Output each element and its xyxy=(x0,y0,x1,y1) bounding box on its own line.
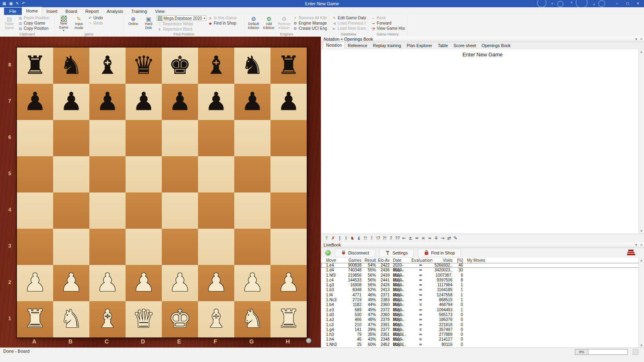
livebook-row-1-b4[interactable]: 1.b4118244%23602020-May-..∓4687940 xyxy=(321,302,644,307)
find-in-shop-button[interactable]: Find in Shop xyxy=(418,249,461,257)
square-a2[interactable]: ♟ xyxy=(17,265,53,301)
notation-scrollbar[interactable]: ▲ ▼ xyxy=(638,49,644,234)
tab-reference[interactable]: Reference xyxy=(345,43,370,49)
square-g4[interactable] xyxy=(234,192,270,229)
square-g2[interactable]: ♟ xyxy=(234,265,270,301)
column-header-elo-av[interactable]: Elo-Av xyxy=(376,258,390,263)
livebook-row-1-a3[interactable]: 1.a346648%23792020-May-..=1863760 xyxy=(321,317,644,322)
scroll-up-icon[interactable]: ▲ xyxy=(639,258,644,263)
annotation-symbol-button[interactable]: ↑ xyxy=(324,235,330,242)
livebook-row-1-f4[interactable]: 1.f4477146%23712020-May-..=12475581 xyxy=(321,293,644,298)
livebook-row-1-e4[interactable]: 1.e490083854%24222020-May-..=5266932..46 xyxy=(321,263,644,268)
livebook-row-1-nc3[interactable]: 1.Nc3271949%23832020-May-..=8685151 xyxy=(321,298,644,302)
menu-tab-board[interactable]: Board xyxy=(62,8,81,15)
square-f1[interactable]: ♝ xyxy=(198,301,234,337)
square-b4[interactable] xyxy=(53,192,89,229)
add-kibitzer-button[interactable]: ⚙Add Kibitzer xyxy=(262,15,276,30)
livebook-row-1-c4[interactable]: 1.c414453356%24412020-May-..=93975068 xyxy=(321,278,644,283)
annotation-symbol-button[interactable]: ✗ xyxy=(330,235,336,242)
square-d3[interactable] xyxy=(126,229,162,265)
square-a7[interactable]: ♟ xyxy=(17,84,53,120)
default-kibitzer-button[interactable]: ⚙Default Kibitzer xyxy=(246,15,261,30)
menu-tab-insert[interactable]: Insert xyxy=(42,8,62,15)
minimize-button[interactable]: – xyxy=(612,0,622,7)
square-d6[interactable] xyxy=(126,120,162,156)
square-c8[interactable]: ♝ xyxy=(89,48,126,84)
square-d8[interactable]: ♛ xyxy=(126,48,162,84)
square-d4[interactable] xyxy=(126,192,162,229)
square-h5[interactable] xyxy=(270,156,307,192)
input-mode-button[interactable]: ✎Input mode xyxy=(72,15,86,30)
view-game-history-button[interactable]: ◔View Game History xyxy=(370,26,405,31)
annotation-symbol-button[interactable]: ≈ xyxy=(427,235,433,242)
hard-disk-button[interactable]: ▣Hard Disk xyxy=(141,15,156,30)
column-header-my-moves[interactable]: My Moves xyxy=(463,258,487,263)
square-e4[interactable] xyxy=(162,192,198,229)
square-g6[interactable] xyxy=(234,120,270,156)
engine-management-button[interactable]: ⚙Engine Management xyxy=(292,21,327,26)
board-menu-button[interactable] xyxy=(306,338,312,343)
square-e2[interactable]: ♟ xyxy=(162,265,198,301)
scroll-down-icon[interactable]: ▼ xyxy=(639,228,644,234)
menu-tab-file[interactable]: File xyxy=(4,8,22,15)
square-g7[interactable]: ♟ xyxy=(234,84,270,120)
forward-button[interactable]: →Forward xyxy=(370,21,405,26)
square-b6[interactable] xyxy=(53,120,89,156)
square-b5[interactable] xyxy=(53,156,89,192)
livebook-row-1-b3[interactable]: 1.b3834852%24132020-May-..=11641851 xyxy=(321,288,644,292)
column-header-date[interactable]: Date xyxy=(390,258,411,263)
square-h7[interactable]: ♟ xyxy=(270,84,307,120)
undo-button[interactable]: ↶Undo xyxy=(87,15,122,21)
annotation-symbol-button[interactable]: ♞ xyxy=(349,235,355,242)
square-b7[interactable]: ♟ xyxy=(53,84,89,120)
annotation-symbol-button[interactable]: ← xyxy=(401,235,407,242)
copy-game-button[interactable]: ▥Copy Game xyxy=(17,21,52,26)
annotation-symbol-button[interactable]: ! xyxy=(369,235,375,242)
square-e3[interactable] xyxy=(162,229,198,265)
square-h3[interactable] xyxy=(270,229,307,265)
square-f8[interactable]: ♝ xyxy=(198,48,234,84)
livebook-row-1-d3[interactable]: 1.d353047%23602020-May-..=5651730 xyxy=(321,312,644,317)
column-header-evaluation[interactable]: Evaluation xyxy=(411,258,430,263)
square-a3[interactable] xyxy=(17,229,53,265)
livebook-row-1-nf3[interactable]: 1.Nf321985656%24392020-May-..=1007387.9 xyxy=(321,273,644,278)
square-e6[interactable] xyxy=(162,120,198,156)
column-header-move[interactable]: Move xyxy=(326,258,343,263)
annotation-symbol-button[interactable]: → xyxy=(440,235,446,242)
square-f4[interactable] xyxy=(198,192,234,229)
square-d1[interactable]: ♛ xyxy=(126,301,162,337)
livebook-row-1-nh3[interactable]: 1.Nh32560%24522020-May-..=801160 xyxy=(321,342,644,347)
tab-notation[interactable]: Notation xyxy=(323,42,345,49)
menu-tab-training[interactable]: Training xyxy=(127,8,151,15)
square-e1[interactable]: ♚ xyxy=(162,301,198,337)
panel-collapse-button[interactable]: ▾ xyxy=(635,37,637,42)
square-f2[interactable]: ♟ xyxy=(198,265,234,301)
square-b8[interactable]: ♞ xyxy=(53,48,89,84)
livebook-row-1-g4[interactable]: 1.g414139%23772020-May-1..∓3574970 xyxy=(321,327,644,332)
notation-area[interactable]: Enter New Game ▲ ▼ xyxy=(321,49,644,234)
annotation-symbol-button[interactable]: ?? xyxy=(394,235,400,242)
menu-tab-report[interactable]: Report xyxy=(81,8,103,15)
tab-score-sheet[interactable]: Score sheet xyxy=(451,43,479,49)
square-d5[interactable] xyxy=(126,156,162,192)
column-header-result[interactable]: Result xyxy=(361,258,376,263)
edit-game-data-button[interactable]: ✎Edit Game Data xyxy=(331,15,366,21)
annotation-symbol-button[interactable]: ∓ xyxy=(433,235,439,242)
panel-close-button[interactable]: × xyxy=(640,37,642,42)
disconnect-button[interactable]: Disconnect xyxy=(335,249,375,257)
annotation-symbol-button[interactable]: !! xyxy=(362,235,368,242)
panel-close-button[interactable]: × xyxy=(640,242,642,248)
annotation-symbol-button[interactable]: ✎ xyxy=(452,235,458,242)
square-h8[interactable]: ♜ xyxy=(270,48,307,84)
annotation-symbol-button[interactable]: !? xyxy=(375,235,381,242)
square-b1[interactable]: ♞ xyxy=(53,301,89,337)
square-f3[interactable] xyxy=(198,229,234,265)
annotation-symbol-button[interactable]: ♝ xyxy=(356,235,362,242)
annotation-symbol-button[interactable]: = xyxy=(414,235,420,242)
square-h4[interactable] xyxy=(270,192,307,229)
close-button[interactable]: × xyxy=(633,0,643,7)
square-e7[interactable]: ♟ xyxy=(162,84,198,120)
square-e8[interactable]: ♚ xyxy=(162,48,198,84)
square-b2[interactable]: ♟ xyxy=(53,265,89,301)
square-h2[interactable]: ♟ xyxy=(270,265,307,301)
